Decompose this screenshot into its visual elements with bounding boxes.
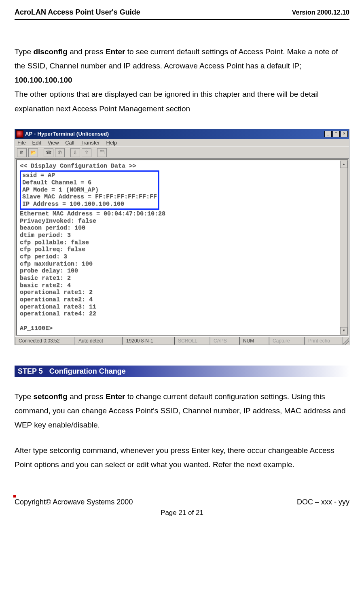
para2-text1: Type <box>15 392 33 401</box>
footer-copyright: Copyright© Acrowave Systems 2000 <box>15 498 133 506</box>
footer-doc-id: DOC – xxx - yyy <box>297 498 349 506</box>
para2-key: Enter <box>106 392 125 401</box>
terminal-content[interactable]: << Display Configuration Data >> ssid = … <box>17 160 340 335</box>
menu-edit[interactable]: Edit <box>32 140 41 146</box>
paragraph-1b: The other options that are displayed can… <box>15 87 349 115</box>
config-highlight-box: ssid = AP Default Channel = 6 AP Mode = … <box>20 170 159 209</box>
tool-send-icon[interactable]: ⇩ <box>70 148 80 157</box>
term-header-line: << Display Configuration Data >> <box>20 163 336 170</box>
menu-file[interactable]: File <box>17 140 26 146</box>
para1-ip: 100.100.100.100 <box>15 76 72 84</box>
scroll-up-icon[interactable]: ▴ <box>340 161 347 168</box>
para2-cmd: setconfig <box>33 392 67 401</box>
step-banner: STEP 5Configuration Change <box>15 366 349 377</box>
status-baud: 19200 8-N-1 <box>123 337 174 345</box>
para1-text1: Type <box>15 47 33 56</box>
footer-dot-icon <box>13 495 16 498</box>
menu-transfer[interactable]: Transfer <box>80 140 100 146</box>
scrollbar[interactable]: ▴ ▾ <box>340 160 347 335</box>
tool-properties-icon[interactable]: 🗔 <box>97 148 107 157</box>
paragraph-2: Type setconfig and press Enter to change… <box>15 389 349 432</box>
paragraph-1: Type disconfig and press Enter to see cu… <box>15 45 349 87</box>
step-number: STEP 5 <box>18 367 43 375</box>
hyperterminal-window: AP - HyperTerminal (Unlicensed) _ □ × Fi… <box>15 129 349 345</box>
para1-text2: and press <box>68 47 106 56</box>
toolbar: 🗎 📂 ☎ ✆ ⇩ ⇧ 🗔 <box>15 147 349 159</box>
scroll-down-icon[interactable]: ▾ <box>340 327 347 334</box>
title-bar: AP - HyperTerminal (Unlicensed) _ □ × <box>15 129 349 139</box>
status-detect: Auto detect <box>75 337 123 345</box>
window-title: AP - HyperTerminal (Unlicensed) <box>25 131 324 137</box>
page-number: Page 21 of 21 <box>15 506 349 517</box>
tool-receive-icon[interactable]: ⇧ <box>82 148 91 157</box>
app-icon <box>16 130 23 138</box>
tool-connect-icon[interactable]: ☎ <box>44 148 53 157</box>
footer-rule <box>15 496 349 496</box>
menu-help[interactable]: Help <box>106 140 117 146</box>
paragraph-3: After type setconfig command, whenever y… <box>15 443 349 472</box>
menu-call[interactable]: Call <box>65 140 74 146</box>
para1-cmd: disconfig <box>33 47 67 56</box>
menu-bar: File Edit View Call Transfer Help <box>15 139 349 147</box>
status-connected: Connected 0:03:52 <box>15 337 75 345</box>
para2-text2: and press <box>68 392 106 401</box>
tool-open-icon[interactable]: 📂 <box>28 148 38 157</box>
para1-key: Enter <box>106 47 125 56</box>
minimize-button[interactable]: _ <box>324 131 332 137</box>
maximize-button[interactable]: □ <box>332 131 340 137</box>
term-rest-lines: Ethernet MAC Address = 00:04:47:D0:10:28… <box>20 211 336 332</box>
status-bar: Connected 0:03:52 Auto detect 19200 8-N-… <box>15 336 349 345</box>
tool-disconnect-icon[interactable]: ✆ <box>55 148 65 157</box>
menu-view[interactable]: View <box>48 140 59 146</box>
step-title: Configuration Change <box>49 367 126 375</box>
status-capture: Capture <box>269 337 305 345</box>
status-caps: CAPS <box>210 337 239 345</box>
resize-grip-icon[interactable] <box>343 337 349 345</box>
tool-new-icon[interactable]: 🗎 <box>17 148 27 157</box>
doc-title: AcroLAN Access Point User's Guide <box>15 8 140 17</box>
term-highlight-lines: ssid = AP Default Channel = 6 AP Mode = … <box>22 172 157 208</box>
status-echo: Print echo <box>305 337 343 345</box>
header-rule <box>15 19 349 20</box>
terminal-area: << Display Configuration Data >> ssid = … <box>16 159 348 336</box>
close-button[interactable]: × <box>341 131 348 137</box>
status-scroll: SCROLL <box>174 337 210 345</box>
status-num: NUM <box>239 337 269 345</box>
doc-version: Version 2000.12.10 <box>292 9 349 16</box>
